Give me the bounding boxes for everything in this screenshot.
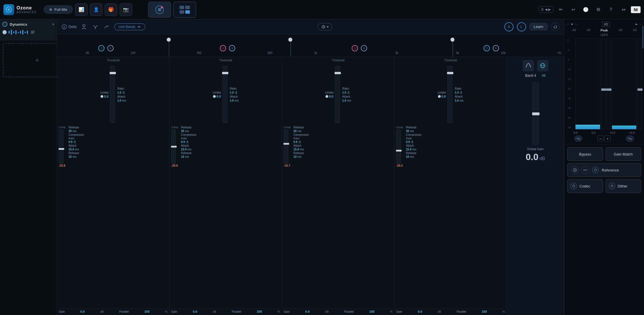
band4-comp-fader[interactable] xyxy=(396,129,401,163)
band2-power-button[interactable]: ⓘ xyxy=(220,45,226,51)
band1-comp-fader[interactable] xyxy=(59,129,63,163)
help-button[interactable]: ? xyxy=(606,5,616,15)
band4-comp-ratio-label: Compressor xyxy=(406,133,421,136)
band2-solo-button[interactable]: S xyxy=(229,45,235,51)
band3-comp-fader[interactable] xyxy=(284,129,288,163)
center-fader-handle[interactable] xyxy=(606,88,611,91)
scale-6: -6 xyxy=(567,58,573,61)
freq-label-300: 300 xyxy=(197,51,202,54)
link-button-2[interactable] xyxy=(626,136,634,142)
undo-button[interactable]: ↩ xyxy=(568,5,578,15)
left-fader-handle[interactable] xyxy=(601,88,606,91)
full-mix-button[interactable]: ≋ Full Mix xyxy=(44,5,73,14)
band4-comp-attack-label: Attack xyxy=(406,144,421,147)
minus-button[interactable]: — xyxy=(597,136,604,142)
band1-limiter-fader[interactable] xyxy=(110,66,115,123)
link-button-1[interactable] xyxy=(574,136,582,142)
band3-limiter-fader[interactable] xyxy=(335,66,340,123)
link-bands-button[interactable]: Link Bands xyxy=(114,23,145,30)
global-gain-fader[interactable] xyxy=(532,82,539,145)
pencil-button[interactable]: ✏ xyxy=(556,5,566,15)
band2-gain-value: 0.0 xyxy=(193,310,197,313)
all-globe-icon-button[interactable] xyxy=(537,60,548,71)
waveform-button[interactable]: 📊 xyxy=(75,3,88,16)
codec-button[interactable]: Codec xyxy=(567,179,603,193)
band1-bottom: Gain 0.0 dB Parallel 100 % xyxy=(59,308,168,313)
band3-limiter-knob[interactable] xyxy=(325,95,328,98)
center-fader-track[interactable] xyxy=(607,38,611,130)
ab-l-button[interactable]: L xyxy=(517,22,526,31)
band4-solo-button[interactable]: S xyxy=(493,45,499,51)
io-label: I/O xyxy=(604,23,608,26)
module-s-button[interactable]: S xyxy=(2,30,7,35)
stereo-button[interactable]: ▾ xyxy=(317,23,332,31)
settings-button[interactable]: ⚙ xyxy=(593,5,603,15)
band4-limiter-knob[interactable] xyxy=(438,95,441,98)
band4-bell-icon-button[interactable] xyxy=(523,60,534,71)
band3-solo-button[interactable]: S xyxy=(361,45,367,51)
band2-comp-fader[interactable] xyxy=(171,129,176,163)
band2-comp-handle[interactable] xyxy=(171,146,177,148)
global-gain-handle[interactable] xyxy=(532,112,540,115)
camera-button[interactable]: 📷 xyxy=(120,3,132,16)
band4-power-button[interactable]: ⓘ xyxy=(484,45,490,51)
io-button[interactable]: I/O xyxy=(602,22,610,27)
band4-parallel-unit: % xyxy=(502,310,505,313)
reference-stereo-button[interactable] xyxy=(571,166,579,174)
band1-power-button[interactable]: ⓘ xyxy=(98,45,104,51)
visualizer-button[interactable] xyxy=(148,2,171,18)
grid-button[interactable] xyxy=(173,2,196,18)
curve-icon-button[interactable] xyxy=(103,23,111,31)
ab-a-button[interactable]: A xyxy=(504,22,514,31)
band-handle-1[interactable] xyxy=(167,38,171,42)
band3-power-button[interactable]: ⓘ xyxy=(352,45,358,51)
band1-limiter-knob[interactable] xyxy=(100,95,103,98)
gain-match-button[interactable]: Gain Match xyxy=(605,147,641,161)
band3-comp-handle[interactable] xyxy=(283,143,289,145)
band4-limiter-handle[interactable] xyxy=(447,72,453,74)
band-handle-2[interactable] xyxy=(288,38,292,42)
module-power-button[interactable]: ⓘ xyxy=(2,22,7,27)
dither-button[interactable]: Dither xyxy=(605,179,641,193)
left-fader-track[interactable] xyxy=(601,38,605,130)
next-icon[interactable]: ▶ xyxy=(548,8,551,11)
bypass-button[interactable]: Bypass xyxy=(567,147,603,161)
band2-limiter-fader[interactable] xyxy=(222,66,228,123)
band2-limiter-knob[interactable] xyxy=(213,95,216,98)
band3-comp-ratio-label: Compressor xyxy=(293,133,309,136)
band1-comp-handle[interactable] xyxy=(59,148,64,150)
meters-container: 0 -3 -6 -10 -15 -20 -30 -40 -50 -Inf xyxy=(567,38,642,130)
expand-button[interactable]: ⇔ xyxy=(618,5,629,15)
module-scroll-handle[interactable] xyxy=(642,26,643,49)
delta-button[interactable]: Δ Delta xyxy=(62,24,77,29)
band4-limiter-fader[interactable] xyxy=(447,66,452,123)
meter-up-icon[interactable] xyxy=(635,23,638,26)
global-gain-unit: dB xyxy=(540,156,545,161)
band1-limiter-handle[interactable] xyxy=(110,72,116,74)
reset-button[interactable] xyxy=(551,23,560,31)
right-meter-fill xyxy=(612,126,637,129)
reference-power-button[interactable] xyxy=(592,167,599,173)
person-button[interactable]: 👤 xyxy=(90,3,102,16)
scale-3: -3 xyxy=(567,49,573,51)
prev-icon[interactable]: ◀ xyxy=(545,8,547,11)
right-fader-track[interactable] xyxy=(638,38,642,130)
human-icon-button[interactable] xyxy=(80,23,88,31)
band2-limiter-handle[interactable] xyxy=(222,72,228,74)
module-close-button[interactable]: ✕ xyxy=(52,23,55,26)
right-fader-handle[interactable] xyxy=(637,88,643,91)
band4-comp-handle[interactable] xyxy=(396,150,402,152)
band3-limiter-handle[interactable] xyxy=(335,72,341,74)
module-menu-line1[interactable] xyxy=(31,31,35,31)
meter-dropdown-icon[interactable] xyxy=(570,23,574,26)
history-button[interactable]: 🕐 xyxy=(581,5,591,15)
filter-icon-button[interactable] xyxy=(91,23,99,31)
band-handle-3[interactable] xyxy=(450,38,454,42)
band1-solo-button[interactable]: S xyxy=(107,45,114,51)
stereo-circle-icon xyxy=(573,168,577,172)
gift-button[interactable]: 🎁 xyxy=(105,3,117,16)
learn-button[interactable]: Learn xyxy=(530,23,548,30)
reference-arrows-button[interactable] xyxy=(581,166,589,174)
plus-button[interactable]: + xyxy=(604,136,611,142)
band2-comp-ratio-sub: Ratio xyxy=(181,137,196,140)
